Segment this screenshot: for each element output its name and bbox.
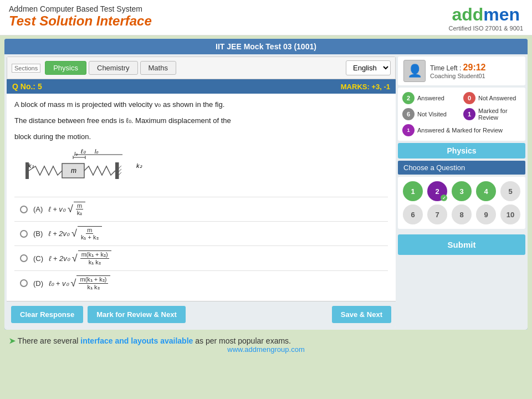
question-btn-6[interactable]: 6 xyxy=(403,204,423,224)
language-select[interactable]: English Hindi xyxy=(346,60,391,75)
svg-text:l₀: l₀ xyxy=(95,149,99,155)
question-btn-9-container: 9 xyxy=(475,204,497,224)
legend-answered-marked: 1 Answered & Marked for Review xyxy=(402,124,521,136)
question-body: A block of mass m is projected with velo… xyxy=(7,94,396,301)
user-info: 👤 Time Left : 29:12 Coaching Student01 xyxy=(398,57,525,85)
not-answered-badge: 0 xyxy=(463,92,475,104)
option-c-label: (C) ℓ + 2v₀ √ m(k₁ + k₂) k₁ k₂ xyxy=(33,250,111,266)
test-title: IIT JEE Mock Test 03 (1001) xyxy=(4,39,528,54)
footer: ➤ There are several interface and layout… xyxy=(0,333,532,357)
footer-text-normal2: as per most popular exams. xyxy=(195,336,291,345)
option-b-label: (B) ℓ + 2v₀ √ m k₁ + k₂ xyxy=(33,226,102,241)
question-text-1: A block of mass m is projected with velo… xyxy=(14,99,388,111)
not-visited-badge: 6 xyxy=(402,108,415,120)
question-number: Q No.: 5 xyxy=(12,82,42,91)
question-btn-1-container: 1 xyxy=(402,181,423,201)
header-left: Addmen Computer Based Test System Test S… xyxy=(9,4,152,29)
question-btn-10-container: 10 xyxy=(500,204,521,224)
option-a-radio[interactable] xyxy=(20,206,28,213)
question-btn-9[interactable]: 9 xyxy=(476,204,496,224)
sections-label: Sections xyxy=(12,64,40,73)
question-btn-5[interactable]: 5 xyxy=(500,181,520,201)
footer-url: www.addmengroup.com xyxy=(9,345,523,354)
question-btn-1[interactable]: 1 xyxy=(403,181,423,201)
svg-rect-5 xyxy=(25,162,29,179)
mark-for-review-button[interactable]: Mark for Review & Next xyxy=(88,306,186,323)
legend-answered: 2 Answered xyxy=(402,92,460,104)
main-container: IIT JEE Mock Test 03 (1001) Sections Phy… xyxy=(4,39,528,330)
footer-text: ➤ There are several interface and layout… xyxy=(9,336,523,345)
question-header: Q No.: 5 MARKS: +3, -1 xyxy=(7,79,396,94)
legend-not-visited: 6 Not Visited xyxy=(402,108,460,121)
question-btn-2[interactable]: 2 ✓ xyxy=(427,181,447,201)
logo-text: add xyxy=(452,4,483,25)
submit-button[interactable]: Submit xyxy=(398,234,525,255)
answered-marked-label: Answered & Marked for Review xyxy=(417,127,503,134)
marked-badge: 1 xyxy=(463,108,475,120)
right-panel: 👤 Time Left : 29:12 Coaching Student01 2… xyxy=(398,57,525,328)
section-tab-physics[interactable]: Physics xyxy=(45,61,86,75)
question-btn-8[interactable]: 8 xyxy=(452,204,472,224)
legend-not-answered: 0 Not Answered xyxy=(463,92,521,104)
question-btn-3[interactable]: 3 xyxy=(452,181,472,201)
question-btn-10[interactable]: 10 xyxy=(500,204,520,224)
clear-response-button[interactable]: Clear Response xyxy=(11,306,83,323)
option-b[interactable]: (B) ℓ + 2v₀ √ m k₁ + k₂ xyxy=(14,221,388,245)
time-value: 29:12 xyxy=(463,63,486,72)
option-d[interactable]: (D) ℓ₀ + v₀ √ m(k₁ + k₂) k₁ k₂ xyxy=(14,270,388,295)
question-btn-4[interactable]: 4 xyxy=(476,181,496,201)
choose-question-label: Choose a Question xyxy=(398,161,525,175)
certified-text: Certified ISO 27001 & 9001 xyxy=(448,25,523,32)
svg-text:k₂: k₂ xyxy=(136,162,142,169)
not-visited-label: Not Visited xyxy=(417,111,447,117)
legend-marked: 1 Marked for Review xyxy=(463,108,521,121)
option-c-radio[interactable] xyxy=(20,254,28,262)
diagram-svg: ℓ₀ l₀ k₁ k₂ m xyxy=(25,147,158,191)
question-text-2: The distance between free ends is ℓ₀. Ma… xyxy=(14,115,388,127)
action-buttons: Clear Response Mark for Review & Next Sa… xyxy=(7,301,396,328)
question-btn-4-container: 4 xyxy=(475,181,497,201)
question-btn-3-container: 3 xyxy=(451,181,472,201)
section-tab-maths[interactable]: Maths xyxy=(140,61,176,75)
page-header: Addmen Computer Based Test System Test S… xyxy=(0,0,532,35)
question-btn-7[interactable]: 7 xyxy=(427,204,447,224)
student-name: Coaching Student01 xyxy=(430,73,520,79)
option-a-label: (A) ℓ + v₀ √ m k₂ xyxy=(33,202,85,217)
app-title: Addmen Computer Based Test System xyxy=(9,4,152,13)
answered-badge: 2 xyxy=(402,92,415,104)
question-btn-2-container: 2 ✓ xyxy=(427,181,448,201)
section-tab-chemistry[interactable]: Chemistry xyxy=(89,61,138,75)
time-left-label: Time Left : 29:12 xyxy=(430,63,520,73)
footer-highlight: interface and layouts available xyxy=(80,336,193,345)
not-answered-label: Not Answered xyxy=(478,95,516,101)
question-btn-8-container: 8 xyxy=(451,204,472,224)
interface-title: Test Solution Interface xyxy=(9,13,152,29)
spring-diagram: ℓ₀ l₀ k₁ k₂ m xyxy=(25,147,388,191)
option-c[interactable]: (C) ℓ + 2v₀ √ m(k₁ + k₂) k₁ k₂ xyxy=(14,245,388,270)
question-btn-5-container: 5 xyxy=(500,181,521,201)
submit-area: Submit xyxy=(398,231,525,255)
user-details: Time Left : 29:12 Coaching Student01 xyxy=(430,63,520,79)
footer-arrow: ➤ xyxy=(9,336,16,345)
header-right: add men Certified ISO 27001 & 9001 xyxy=(448,4,523,32)
save-next-button[interactable]: Save & Next xyxy=(332,306,391,323)
physics-section-header: Physics xyxy=(398,143,525,158)
question-text-3: block during the motion. xyxy=(14,131,388,143)
logo-text2: men xyxy=(483,4,520,25)
question-grid: 1 2 ✓ 3 4 5 xyxy=(398,177,525,229)
left-panel: Sections Physics Chemistry Maths English… xyxy=(7,57,396,328)
logo-area: add men xyxy=(452,4,520,25)
question-btn-7-container: 7 xyxy=(427,204,448,224)
option-b-radio[interactable] xyxy=(20,230,28,238)
marked-label: Marked for Review xyxy=(478,108,521,121)
answered-marked-badge: 1 xyxy=(402,124,415,136)
option-d-radio[interactable] xyxy=(20,279,28,287)
svg-text:ℓ₀: ℓ₀ xyxy=(80,148,86,155)
sections-bar: Sections Physics Chemistry Maths English… xyxy=(7,57,396,79)
option-a[interactable]: (A) ℓ + v₀ √ m k₂ xyxy=(14,197,388,221)
avatar: 👤 xyxy=(403,60,426,82)
option-d-label: (D) ℓ₀ + v₀ √ m(k₁ + k₂) k₁ k₂ xyxy=(33,275,110,291)
content-area: Sections Physics Chemistry Maths English… xyxy=(4,54,528,330)
status-legend: 2 Answered 0 Not Answered 6 Not Visited … xyxy=(398,88,525,141)
question-marks: MARKS: +3, -1 xyxy=(341,83,390,91)
